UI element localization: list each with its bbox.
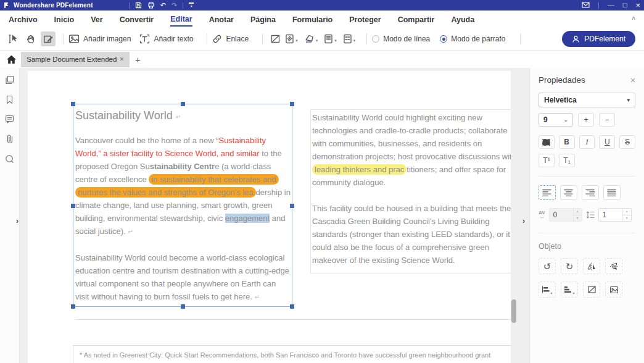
- menu-editar[interactable]: Editar: [170, 12, 192, 27]
- bookmark-icon[interactable]: [6, 95, 14, 104]
- search-icon[interactable]: [5, 154, 14, 164]
- resize-handle[interactable]: [290, 204, 294, 208]
- header-footer-tool-button[interactable]: ▾: [324, 34, 337, 44]
- menu-formulario[interactable]: Formulario: [292, 13, 332, 26]
- italic-button[interactable]: I: [579, 135, 595, 149]
- distribute-objects-button[interactable]: ▾: [561, 282, 578, 298]
- document-viewport[interactable]: Sustainability World ↵ Vancouver could b…: [20, 68, 529, 363]
- flip-vertical-button[interactable]: [605, 258, 622, 274]
- dropdown-caret-icon: ▾: [353, 38, 356, 44]
- line-mode-radio[interactable]: Modo de línea: [372, 35, 430, 43]
- resize-handle[interactable]: [71, 204, 75, 208]
- font-size-select[interactable]: 9 ⌄: [539, 113, 573, 127]
- hand-tool-button[interactable]: [23, 31, 38, 46]
- resize-handle[interactable]: [290, 304, 294, 309]
- home-icon[interactable]: [3, 51, 19, 67]
- increase-size-button[interactable]: +: [578, 113, 594, 127]
- font-family-select[interactable]: Helvetica ▾: [539, 93, 635, 107]
- menu-ayuda[interactable]: Ayuda: [451, 13, 474, 26]
- align-center-button[interactable]: [560, 185, 577, 200]
- font-size-row: 9 ⌄ + −: [539, 113, 635, 127]
- watermark-tool-button[interactable]: ▾: [285, 34, 298, 44]
- left-panel-expand-icon[interactable]: ›: [16, 217, 19, 225]
- customize-toolbar-icon[interactable]: ▾: [189, 2, 194, 8]
- pdfelement-account-button[interactable]: PDFelement: [562, 31, 635, 47]
- tab-close-icon[interactable]: ×: [120, 56, 124, 63]
- rotate-right-button[interactable]: ↻: [561, 258, 578, 274]
- align-left-button[interactable]: [539, 185, 556, 200]
- redo-icon[interactable]: ↷: [171, 2, 177, 9]
- scrollbar-thumb[interactable]: [511, 299, 516, 323]
- maximize-button[interactable]: □: [623, 2, 627, 9]
- decrease-size-button[interactable]: −: [599, 113, 615, 127]
- bates-numbering-tool-button[interactable]: ▾: [343, 34, 356, 44]
- resize-handle[interactable]: [71, 102, 75, 106]
- resize-handle[interactable]: [181, 102, 185, 106]
- vertical-scrollbar[interactable]: [511, 68, 517, 363]
- menu-anotar[interactable]: Anotar: [209, 13, 234, 26]
- resize-handle[interactable]: [71, 304, 75, 309]
- crop-object-button[interactable]: [583, 282, 600, 298]
- align-justify-button[interactable]: [603, 185, 621, 200]
- paragraph-mode-radio[interactable]: Modo de párrafo: [440, 35, 505, 43]
- add-text-button[interactable]: Añadir texto: [139, 34, 193, 44]
- object-row-2: ▾ ▾: [539, 282, 635, 298]
- align-right-button[interactable]: [582, 185, 599, 200]
- superscript-button[interactable]: T¹: [539, 154, 555, 167]
- right-panel-collapse-icon[interactable]: ›: [522, 217, 525, 225]
- font-color-button[interactable]: [539, 135, 555, 149]
- comment-icon[interactable]: [5, 115, 14, 123]
- thumbnails-icon[interactable]: [5, 75, 14, 85]
- document-tab[interactable]: Sample Document Extended ×: [21, 52, 130, 67]
- align-objects-button[interactable]: ▾: [539, 282, 556, 298]
- ribbon-collapse-icon[interactable]: ^: [632, 16, 635, 23]
- save-icon[interactable]: [135, 2, 142, 9]
- spinner[interactable]: ▴▾: [573, 209, 582, 221]
- resize-handle[interactable]: [290, 102, 294, 106]
- menu-proteger[interactable]: Proteger: [349, 13, 381, 26]
- link-button[interactable]: Enlace: [212, 34, 249, 44]
- select-tool-button[interactable]: [6, 31, 21, 46]
- strikethrough-button[interactable]: S: [619, 135, 635, 149]
- paragraph-mark: ↵: [176, 114, 181, 120]
- print-icon[interactable]: [147, 2, 155, 9]
- crop-tool-button[interactable]: [268, 31, 283, 46]
- line-spacing-icon: [586, 211, 595, 219]
- footnote-textbox[interactable]: * As noted in Greenest City: Quick Start…: [73, 345, 511, 363]
- text-column-right[interactable]: Sustainability World could highlight exc…: [310, 109, 511, 273]
- pdf-page[interactable]: Sustainability World ↵ Vancouver could b…: [28, 71, 511, 363]
- menu-pagina[interactable]: Página: [250, 13, 276, 26]
- background-tool-button[interactable]: ▾: [304, 34, 318, 44]
- menu-compartir[interactable]: Compartir: [398, 13, 435, 26]
- paragraph: Sustainability World could highlight exc…: [312, 111, 511, 189]
- panel-close-icon[interactable]: ×: [630, 76, 635, 85]
- spinner-down-icon: ▾: [623, 215, 631, 222]
- spinner-up-icon: ▴: [574, 209, 582, 215]
- bold-button[interactable]: B: [559, 135, 575, 149]
- replace-image-button[interactable]: [605, 282, 622, 298]
- close-button[interactable]: ×: [635, 1, 640, 9]
- edit-object-tool-button[interactable]: [41, 31, 56, 46]
- divider: [183, 2, 183, 9]
- menu-inicio[interactable]: Inicio: [54, 13, 75, 26]
- attachment-icon[interactable]: [6, 134, 14, 144]
- spinner[interactable]: ▴▾: [622, 209, 631, 221]
- menu-archivo[interactable]: Archivo: [9, 13, 38, 26]
- undo-icon[interactable]: ↶: [160, 2, 166, 9]
- menu-convertir[interactable]: Convertir: [120, 13, 154, 26]
- menu-ver[interactable]: Ver: [91, 13, 102, 26]
- minimize-button[interactable]: —: [608, 2, 614, 9]
- flip-horizontal-button[interactable]: [583, 258, 600, 274]
- subscript-button[interactable]: T₁: [559, 154, 575, 167]
- underline-button[interactable]: U: [599, 135, 615, 149]
- resize-handle[interactable]: [181, 304, 185, 309]
- tab-title: Sample Document Extended: [27, 56, 117, 63]
- line-spacing-input[interactable]: 1 ▴▾: [598, 208, 632, 222]
- new-tab-icon[interactable]: +: [135, 55, 141, 64]
- divider: [129, 2, 130, 9]
- rotate-left-button[interactable]: ↺: [539, 258, 556, 274]
- mail-icon[interactable]: [582, 2, 590, 9]
- letter-spacing-input[interactable]: 0 ▴▾: [549, 208, 582, 222]
- add-image-button[interactable]: Añadir imagen: [68, 34, 131, 44]
- selected-textbox[interactable]: Sustainability World ↵ Vancouver could b…: [73, 104, 292, 307]
